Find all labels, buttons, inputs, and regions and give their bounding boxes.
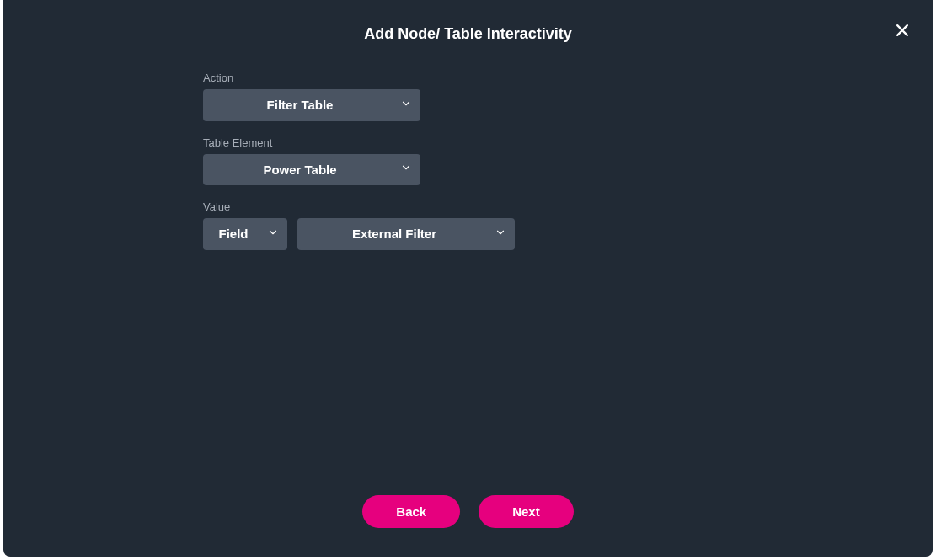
close-icon [894, 22, 911, 39]
table-element-label: Table Element [203, 136, 916, 149]
modal-body: Action Filter Table Table Element Power … [3, 51, 933, 495]
action-select[interactable]: Filter Table [203, 89, 420, 121]
modal-footer: Back Next [3, 495, 933, 557]
modal-header: Add Node/ Table Interactivity [3, 0, 933, 51]
table-element-select-wrap: Power Table [203, 154, 420, 186]
modal-title: Add Node/ Table Interactivity [20, 25, 916, 43]
table-element-group: Table Element Power Table [203, 136, 916, 186]
value-type-select-wrap: Field [203, 218, 287, 250]
add-interactivity-modal: Add Node/ Table Interactivity Action Fil… [3, 0, 933, 557]
back-button[interactable]: Back [362, 495, 460, 528]
value-row: Field External Filter [203, 218, 916, 250]
action-label: Action [203, 72, 916, 84]
value-type-select[interactable]: Field [203, 218, 287, 250]
close-button[interactable] [891, 19, 914, 42]
value-filter-select-wrap: External Filter [297, 218, 515, 250]
action-select-wrap: Filter Table [203, 89, 420, 121]
action-group: Action Filter Table [203, 72, 916, 121]
value-filter-select[interactable]: External Filter [297, 218, 515, 250]
table-element-select[interactable]: Power Table [203, 154, 420, 186]
next-button[interactable]: Next [479, 495, 574, 528]
value-label: Value [203, 200, 916, 213]
value-group: Value Field External Filter [203, 200, 916, 250]
